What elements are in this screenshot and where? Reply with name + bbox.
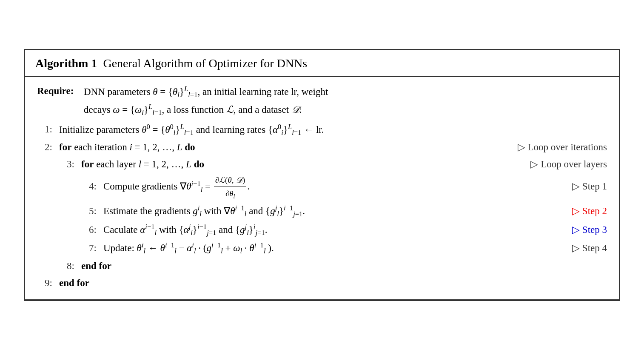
line-content-5: Estimate the gradients gil with ∇θi−1l a… xyxy=(103,202,607,220)
line-content-3: for each layer l = 1, 2, …, L do ▷ Loop … xyxy=(81,156,607,172)
line-content-6: Caculate αi−1l with {αjl}i−1j=1 and {gjl… xyxy=(103,221,607,239)
line-comment-2: ▷ Loop over iterations xyxy=(518,139,607,155)
line-num-7: 7: xyxy=(81,240,103,256)
algo-line-7: 7: Update: θil ← θi−1l − αil · (gi−1l + … xyxy=(37,239,607,258)
line-content-8: end for xyxy=(81,258,607,274)
line-num-3: 3: xyxy=(59,156,81,172)
line-comment-5: ▷ Step 2 xyxy=(572,203,607,219)
line-content-9: end for xyxy=(59,275,607,291)
algo-line-9: 9: end for xyxy=(37,275,607,292)
line-num-6: 6: xyxy=(81,222,103,238)
require-line-2: decays ω = {ωl}Ll=1, a loss function ℒ, … xyxy=(84,101,607,119)
line-num-5: 5: xyxy=(81,203,103,219)
line-content-7: Update: θil ← θi−1l − αil · (gi−1l + ωl … xyxy=(103,239,607,257)
line-text-6: Caculate αi−1l with {αjl}i−1j=1 and {gjl… xyxy=(103,221,555,239)
algo-line-4: 4: Compute gradients ∇θi−1l = ∂ℒ(θ, 𝒟) ∂… xyxy=(37,173,607,202)
frac-denominator-4: ∂θl xyxy=(224,187,236,201)
line-text-1: Initialize parameters θ0 = {θ0l}Ll=1 and… xyxy=(59,121,607,139)
algo-line-5: 5: Estimate the gradients gil with ∇θi−1… xyxy=(37,202,607,221)
line-comment-4: ▷ Step 1 xyxy=(572,178,607,195)
require-block: Require: DNN parameters θ = {θl}Ll=1, an… xyxy=(37,83,607,118)
algo-line-8: 8: end for xyxy=(37,258,607,275)
line-comment-3: ▷ Loop over layers xyxy=(530,156,607,172)
fraction-4: ∂ℒ(θ, 𝒟) ∂θl xyxy=(214,173,247,201)
line-text-9: end for xyxy=(59,275,607,291)
line-text-4: Compute gradients ∇θi−1l = ∂ℒ(θ, 𝒟) ∂θl … xyxy=(103,173,555,201)
line-comment-6: ▷ Step 3 xyxy=(572,222,607,238)
frac-numerator-4: ∂ℒ(θ, 𝒟) xyxy=(214,173,247,187)
require-line-1: DNN parameters θ = {θl}Ll=1, an initial … xyxy=(84,83,607,101)
line-num-2: 2: xyxy=(37,139,59,155)
line-num-8: 8: xyxy=(59,258,81,274)
line-content-1: Initialize parameters θ0 = {θ0l}Ll=1 and… xyxy=(59,121,607,139)
line-text-7: Update: θil ← θi−1l − αil · (gi−1l + ωl … xyxy=(103,239,555,257)
algorithm-title-bar: Algorithm 1 General Algorithm of Optimiz… xyxy=(25,50,619,77)
line-content-4: Compute gradients ∇θi−1l = ∂ℒ(θ, 𝒟) ∂θl … xyxy=(103,173,607,201)
line-num-1: 1: xyxy=(37,121,59,138)
algo-line-6: 6: Caculate αi−1l with {αjl}i−1j=1 and {… xyxy=(37,221,607,239)
line-content-2: for each iteration i = 1, 2, …, L do ▷ L… xyxy=(59,139,607,155)
require-label: Require: xyxy=(37,83,84,99)
line-text-5: Estimate the gradients gil with ∇θi−1l a… xyxy=(103,202,555,220)
algorithm-box: Algorithm 1 General Algorithm of Optimiz… xyxy=(24,49,620,301)
line-text-8: end for xyxy=(81,258,607,274)
algorithm-number: Algorithm 1 xyxy=(35,57,97,70)
algo-line-1: 1: Initialize parameters θ0 = {θ0l}Ll=1 … xyxy=(37,120,607,139)
algorithm-body: Require: DNN parameters θ = {θl}Ll=1, an… xyxy=(25,77,619,300)
require-content: DNN parameters θ = {θl}Ll=1, an initial … xyxy=(84,83,607,118)
algo-line-3: 3: for each layer l = 1, 2, …, L do ▷ Lo… xyxy=(37,156,607,173)
algo-line-2: 2: for each iteration i = 1, 2, …, L do … xyxy=(37,139,607,156)
line-num-4: 4: xyxy=(81,178,103,195)
line-num-9: 9: xyxy=(37,275,59,291)
line-text-2: for each iteration i = 1, 2, …, L do xyxy=(59,139,501,155)
line-comment-7: ▷ Step 4 xyxy=(572,240,607,256)
algorithm-description: General Algorithm of Optimizer for DNNs xyxy=(100,57,307,70)
line-text-3: for each layer l = 1, 2, …, L do xyxy=(81,156,513,172)
